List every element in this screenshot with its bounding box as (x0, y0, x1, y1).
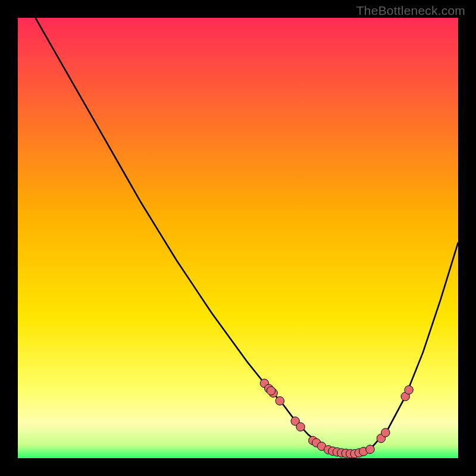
data-marker (275, 397, 284, 405)
watermark-text: TheBottleneck.com (356, 4, 465, 18)
data-marker (267, 387, 275, 395)
data-marker (296, 422, 305, 431)
chart-container: TheBottleneck.com (0, 0, 476, 476)
data-marker (405, 386, 413, 394)
data-marker (381, 428, 390, 437)
gradient-background (18, 18, 458, 458)
plot-area (18, 18, 458, 458)
data-marker (366, 445, 374, 453)
bottleneck-chart (18, 18, 458, 458)
